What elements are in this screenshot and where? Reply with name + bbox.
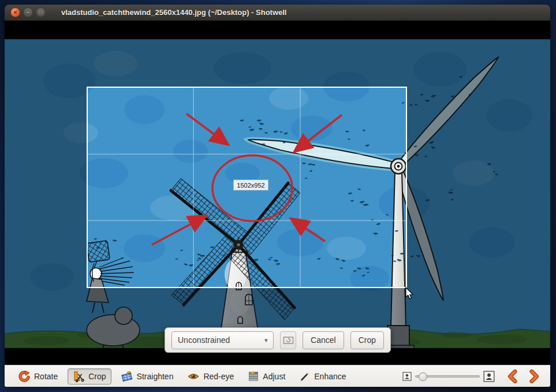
shotwell-window: × − □ vladstudio_catchthewind_2560x1440.… bbox=[5, 5, 550, 387]
redeye-label: Red-eye bbox=[203, 372, 234, 381]
cancel-button[interactable]: Cancel bbox=[303, 331, 344, 349]
photo-canvas[interactable] bbox=[5, 39, 550, 348]
window-close-icon[interactable]: × bbox=[10, 8, 20, 17]
zoom-slider-track[interactable] bbox=[415, 375, 480, 378]
eye-icon bbox=[188, 371, 199, 382]
rotate-button[interactable]: Rotate bbox=[13, 368, 62, 385]
large-photo-icon[interactable] bbox=[483, 371, 495, 382]
desktop-background: × − □ vladstudio_catchthewind_2560x1440.… bbox=[0, 0, 556, 392]
chevron-left-icon bbox=[506, 369, 519, 383]
crop-size-label: 1502x952 bbox=[233, 180, 268, 191]
aspect-ratio-value: Unconstrained bbox=[178, 335, 230, 345]
window-maximize-icon[interactable]: □ bbox=[36, 8, 46, 17]
enhance-button[interactable]: Enhance bbox=[295, 369, 350, 384]
wand-icon bbox=[300, 371, 310, 382]
editing-toolbar: Rotate Crop bbox=[5, 365, 550, 387]
straighten-button[interactable]: Straighten bbox=[117, 368, 178, 384]
adjust-button[interactable]: Adjust bbox=[244, 369, 290, 384]
window-titlebar[interactable]: × − □ vladstudio_catchthewind_2560x1440.… bbox=[5, 5, 550, 21]
zoom-control bbox=[402, 371, 495, 382]
window-title: vladstudio_catchthewind_2560x1440.jpg (~… bbox=[61, 8, 286, 17]
pivot-reticle-icon bbox=[283, 336, 294, 345]
window-minimize-icon[interactable]: − bbox=[23, 8, 33, 17]
crop-apply-button[interactable]: Crop bbox=[350, 331, 384, 349]
chevron-down-icon: ▾ bbox=[264, 337, 268, 344]
photo-viewport: 1502x952 Unconstrained ▾ Cancel Crop bbox=[5, 21, 550, 365]
crop-tool-button[interactable]: Crop bbox=[68, 368, 111, 384]
ruler-scissors-icon bbox=[73, 371, 84, 382]
rotate-arrow-icon bbox=[17, 370, 30, 383]
adjust-label: Adjust bbox=[263, 372, 285, 381]
straighten-label: Straighten bbox=[137, 372, 174, 381]
aspect-ratio-select[interactable]: Unconstrained ▾ bbox=[171, 331, 274, 349]
tilted-grid-icon bbox=[121, 371, 133, 382]
zoom-slider-handle[interactable] bbox=[419, 372, 427, 381]
color-levels-icon bbox=[248, 371, 259, 382]
small-photo-icon[interactable] bbox=[402, 372, 412, 381]
rotate-label: Rotate bbox=[34, 372, 58, 381]
redeye-button[interactable]: Red-eye bbox=[183, 369, 238, 384]
pivot-reticle-button[interactable] bbox=[280, 331, 296, 349]
next-photo-button[interactable] bbox=[526, 369, 542, 383]
previous-photo-button[interactable] bbox=[505, 369, 521, 383]
crop-tool-label: Crop bbox=[88, 372, 106, 381]
chevron-right-icon bbox=[528, 369, 540, 383]
enhance-label: Enhance bbox=[314, 372, 346, 381]
crop-toolbar: Unconstrained ▾ Cancel Crop bbox=[165, 327, 391, 353]
